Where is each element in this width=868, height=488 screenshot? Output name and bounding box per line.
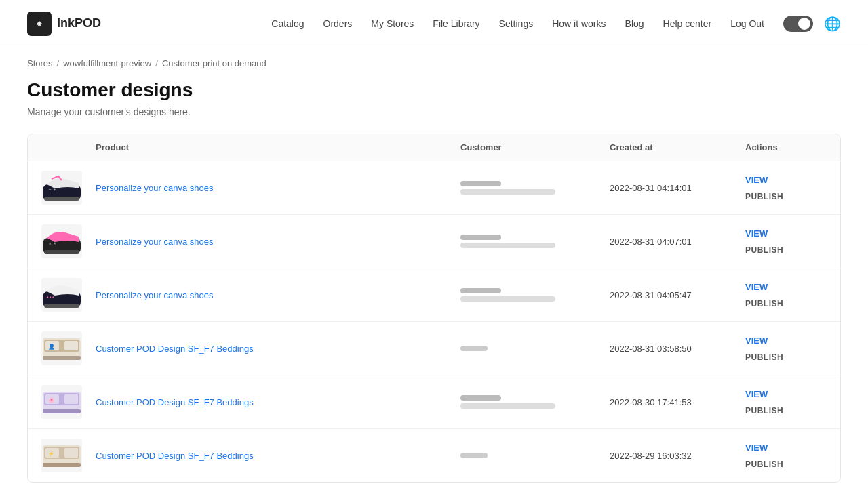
actions-col: VIEW PUBLISH [745,334,827,363]
created-at: 2022-08-31 04:14:01 [610,183,745,193]
customer-info [460,395,610,409]
breadcrumb-customer-pod[interactable]: Customer print on demand [162,58,267,68]
bed-image: ⚡ [41,439,82,472]
breadcrumb-sep-2: / [155,58,158,68]
publish-button[interactable]: PUBLISH [745,351,783,363]
col-header-actions: Actions [745,142,827,152]
col-header-product: Product [96,142,460,152]
view-button[interactable]: VIEW [745,441,768,454]
breadcrumb-sep-1: / [57,58,60,68]
nav-settings[interactable]: Settings [499,18,534,29]
publish-button[interactable]: PUBLISH [745,190,783,203]
svg-rect-12 [64,341,78,350]
table-row: ⚡ Customer POD Design SF_F7 Beddings 202… [28,429,840,482]
table-header: Product Customer Created at Actions [28,134,840,161]
nav-my-stores[interactable]: My Stores [371,18,414,29]
shoe-image: ✦ ✦ [41,171,82,205]
actions-col: VIEW PUBLISH [745,281,827,310]
product-thumbnail: 👤 [41,331,82,365]
created-at: 2022-08-30 17:41:53 [610,397,745,407]
breadcrumb: Stores / wowfulfillment-preview / Custom… [0,47,868,74]
svg-text:🌸: 🌸 [48,396,55,403]
nav-catalog[interactable]: Catalog [271,18,304,29]
created-at: 2022-08-29 16:03:32 [610,451,745,461]
customer-info [460,288,610,302]
product-link[interactable]: Customer POD Design SF_F7 Beddings [96,397,254,407]
view-button[interactable]: VIEW [745,227,768,240]
product-link[interactable]: Customer POD Design SF_F7 Beddings [96,344,254,354]
main-nav: Catalog Orders My Stores File Library Se… [271,18,764,29]
customer-name-bar [460,346,488,351]
nav-help-center[interactable]: Help center [663,18,712,29]
table-row: ♦ ♦ ♦ Personalize your canva shoes 2022-… [28,268,840,322]
language-button[interactable]: 🌐 [824,16,841,32]
customer-name-bar [460,453,488,458]
svg-text:♦ ♦ ♦: ♦ ♦ ♦ [47,295,54,299]
dark-mode-toggle[interactable] [783,16,813,32]
breadcrumb-store-name[interactable]: wowfulfillment-preview [63,58,151,68]
breadcrumb-stores[interactable]: Stores [27,58,53,68]
nav-log-out[interactable]: Log Out [730,18,764,29]
svg-rect-19 [43,409,81,413]
table-row: ★ ★ Personalize your canva shoes 2022-08… [28,215,840,268]
product-thumbnail: ⚡ [41,439,82,472]
svg-rect-4 [44,250,79,254]
view-button[interactable]: VIEW [745,281,768,293]
svg-rect-13 [43,356,81,360]
svg-rect-7 [44,304,79,308]
actions-col: VIEW PUBLISH [745,227,827,256]
product-link[interactable]: Personalize your canva shoes [96,183,213,193]
product-thumbnail: 🌸 [41,385,82,419]
customer-name-bar [460,235,501,240]
actions-col: VIEW PUBLISH [745,174,827,203]
table-row: 🌸 Customer POD Design SF_F7 Beddings 202… [28,375,840,429]
customer-info [460,453,610,458]
shoe-image: ★ ★ [41,224,82,258]
customer-info [460,235,610,248]
col-header-customer: Customer [460,142,610,152]
svg-text:✦ ✦: ✦ ✦ [48,188,56,192]
col-header-thumb [41,142,96,152]
nav-orders[interactable]: Orders [323,18,353,29]
svg-rect-18 [64,394,78,404]
header-right: 🌐 [783,16,841,32]
publish-button[interactable]: PUBLISH [745,244,783,256]
created-at: 2022-08-31 04:07:01 [610,237,745,247]
customer-email-bar [460,243,555,248]
customer-email-bar [460,189,555,195]
customer-info [460,181,610,195]
view-button[interactable]: VIEW [745,334,768,347]
product-name: Personalize your canva shoes [96,289,460,300]
bed-image: 🌸 [41,385,82,419]
product-link[interactable]: Personalize your canva shoes [96,237,213,247]
header: ◈ InkPOD Catalog Orders My Stores File L… [0,0,868,47]
publish-button[interactable]: PUBLISH [745,458,783,470]
nav-file-library[interactable]: File Library [433,18,479,29]
product-link[interactable]: Personalize your canva shoes [96,290,213,300]
svg-text:⚡: ⚡ [48,451,54,457]
svg-text:★ ★: ★ ★ [48,241,56,245]
product-thumbnail: ♦ ♦ ♦ [41,278,82,312]
page-subtitle: Manage your customer's designs here. [27,106,841,117]
publish-button[interactable]: PUBLISH [745,405,783,417]
view-button[interactable]: VIEW [745,174,768,186]
product-name: Customer POD Design SF_F7 Beddings [96,396,460,407]
nav-blog[interactable]: Blog [625,18,644,29]
page-title: Customer designs [27,79,841,101]
toggle-knob [798,18,810,30]
product-link[interactable]: Customer POD Design SF_F7 Beddings [96,451,254,461]
customer-name-bar [460,181,501,186]
created-at: 2022-08-31 03:58:50 [610,344,745,354]
product-name: Customer POD Design SF_F7 Beddings [96,343,460,354]
table-row: ✦ ✦ Personalize your canva shoes 2022-08… [28,161,840,215]
bed-image: 👤 [41,331,82,365]
customer-name-bar [460,395,501,401]
nav-how-it-works[interactable]: How it works [552,18,606,29]
svg-rect-24 [64,448,78,458]
customer-info [460,346,610,351]
view-button[interactable]: VIEW [745,388,768,401]
shoe-image: ♦ ♦ ♦ [41,278,82,312]
product-name: Personalize your canva shoes [96,236,460,247]
product-thumbnail: ★ ★ [41,224,82,258]
publish-button[interactable]: PUBLISH [745,298,783,310]
